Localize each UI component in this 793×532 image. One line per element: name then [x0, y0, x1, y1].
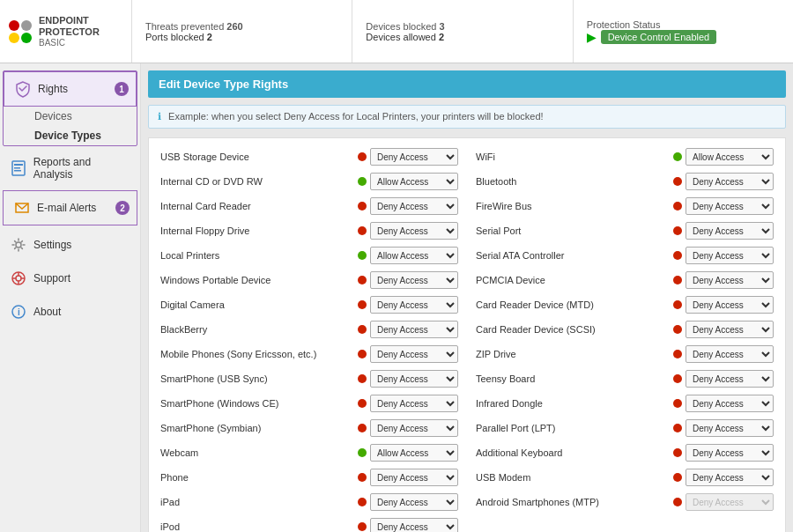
- device-access-select[interactable]: Deny AccessAllow Access: [686, 321, 774, 338]
- device-row: WebcamDeny AccessAllow Access: [156, 441, 463, 464]
- device-access-select[interactable]: Deny AccessAllow Access: [370, 345, 458, 363]
- stats-bar: Threats prevented 260 Ports blocked 2 De…: [132, 0, 793, 63]
- device-row: Mobile Phones (Sony Ericsson, etc.)Deny …: [156, 343, 463, 366]
- device-access-select[interactable]: Deny AccessAllow Access: [370, 321, 458, 338]
- device-access-select[interactable]: Deny AccessAllow Access: [686, 345, 774, 363]
- svg-point-5: [16, 242, 21, 248]
- device-access-select[interactable]: Deny AccessAllow Access: [370, 148, 458, 166]
- support-label: Support: [33, 272, 70, 284]
- sidebar-item-support[interactable]: Support: [0, 262, 140, 295]
- device-name-label: Internal CD or DVD RW: [160, 176, 358, 187]
- status-dot: [673, 152, 682, 161]
- device-access-select[interactable]: Deny AccessAllow Access: [686, 296, 774, 314]
- device-access-select[interactable]: Deny AccessAllow Access: [370, 197, 458, 215]
- device-select-wrap: Deny AccessAllow Access: [358, 173, 458, 190]
- stat-block-status: Protection Status ▶ Device Control Enabl…: [574, 0, 793, 63]
- device-access-select[interactable]: Deny AccessAllow Access: [686, 469, 774, 486]
- device-row: Parallel Port (LPT)Deny AccessAllow Acce…: [471, 417, 778, 440]
- device-select-wrap: Deny AccessAllow Access: [358, 469, 458, 486]
- status-dot: [673, 350, 682, 358]
- sidebar-sub-device-types[interactable]: Device Types: [4, 126, 137, 145]
- device-select-wrap: Deny AccessAllow Access: [358, 321, 458, 338]
- device-access-select[interactable]: Deny AccessAllow Access: [370, 173, 458, 190]
- device-access-select[interactable]: Deny AccessAllow Access: [370, 444, 458, 462]
- status-dot: [358, 276, 367, 284]
- status-dot: [673, 374, 682, 383]
- device-access-select[interactable]: Deny AccessAllow Access: [686, 247, 774, 264]
- sidebar-item-email[interactable]: ! E-mail Alerts 2: [3, 190, 137, 225]
- info-bar: ℹ Example: when you select Deny Access f…: [148, 105, 786, 129]
- status-dot: [358, 152, 367, 161]
- device-row: WiFiDeny AccessAllow Access: [471, 145, 778, 168]
- reports-label: Reports and Analysis: [33, 156, 131, 181]
- svg-point-7: [16, 276, 21, 281]
- device-name-label: Bluetooth: [476, 176, 673, 187]
- device-access-select[interactable]: Deny AccessAllow Access: [370, 395, 458, 412]
- logo-text: ENDPOINT PROTECTOR BASIC: [39, 15, 122, 48]
- svg-text:!: !: [15, 201, 17, 209]
- device-access-select[interactable]: Deny AccessAllow Access: [686, 173, 774, 190]
- email-badge: 2: [115, 201, 130, 215]
- device-select-wrap: Deny AccessAllow Access: [673, 444, 774, 462]
- status-dot: [673, 177, 682, 186]
- device-access-select[interactable]: Deny AccessAllow Access: [686, 493, 774, 511]
- logo-title: ENDPOINT PROTECTOR: [39, 15, 122, 38]
- device-access-select[interactable]: Deny AccessAllow Access: [370, 469, 458, 486]
- device-row: Android Smartphones (MTP)Deny AccessAllo…: [471, 491, 778, 514]
- support-icon: [9, 269, 28, 288]
- device-name-label: Mobile Phones (Sony Ericsson, etc.): [160, 349, 358, 359]
- sidebar-item-rights[interactable]: Rights 1: [4, 71, 137, 107]
- sidebar-item-about[interactable]: i About: [0, 295, 140, 329]
- device-select-wrap: Deny AccessAllow Access: [673, 419, 774, 437]
- device-name-label: FireWire Bus: [476, 201, 673, 211]
- device-access-select[interactable]: Deny AccessAllow Access: [686, 419, 774, 437]
- device-row: Additional KeyboardDeny AccessAllow Acce…: [471, 441, 778, 464]
- email-label: E-mail Alerts: [37, 202, 96, 214]
- device-access-select[interactable]: Deny AccessAllow Access: [686, 395, 774, 412]
- stat-value-ports: Ports blocked 2: [145, 32, 338, 42]
- device-select-wrap: Deny AccessAllow Access: [673, 469, 774, 486]
- device-select-wrap: Deny AccessAllow Access: [358, 296, 458, 314]
- device-row: ZIP DriveDeny AccessAllow Access: [471, 343, 778, 366]
- device-name-label: iPad: [160, 497, 358, 507]
- device-name-label: SmartPhone (Symbian): [160, 423, 358, 433]
- status-dot: [358, 300, 367, 309]
- device-name-label: BlackBerry: [160, 324, 358, 335]
- rights-icon: [13, 79, 33, 99]
- device-select-wrap: Deny AccessAllow Access: [358, 197, 458, 215]
- device-access-select[interactable]: Deny AccessAllow Access: [686, 271, 774, 289]
- status-dot: [673, 325, 682, 334]
- device-access-select[interactable]: Deny AccessAllow Access: [686, 222, 774, 240]
- device-access-select[interactable]: Deny AccessAllow Access: [686, 148, 774, 166]
- device-access-select[interactable]: Deny AccessAllow Access: [370, 493, 458, 511]
- settings-label: Settings: [33, 239, 71, 251]
- device-name-label: ZIP Drive: [476, 349, 673, 359]
- device-select-wrap: Deny AccessAllow Access: [673, 395, 774, 412]
- device-row: iPadDeny AccessAllow Access: [156, 491, 463, 514]
- content-area: Edit Device Type Rights ℹ Example: when …: [141, 63, 793, 532]
- device-access-select[interactable]: Deny AccessAllow Access: [370, 370, 458, 388]
- rights-group: Rights 1 Devices Device Types: [3, 70, 137, 146]
- device-name-label: USB Modem: [476, 472, 673, 483]
- device-table: USB Storage DeviceDeny AccessAllow Acces…: [148, 137, 786, 532]
- device-access-select[interactable]: Deny AccessAllow Access: [370, 296, 458, 314]
- device-access-select[interactable]: Deny AccessAllow Access: [686, 444, 774, 462]
- about-label: About: [33, 306, 61, 318]
- device-access-select[interactable]: Deny AccessAllow Access: [370, 247, 458, 264]
- status-dot: [358, 374, 367, 383]
- device-name-label: Teensy Board: [476, 373, 673, 384]
- rights-badge: 1: [115, 82, 129, 96]
- device-access-select[interactable]: Deny AccessAllow Access: [686, 197, 774, 215]
- device-access-select[interactable]: Deny AccessAllow Access: [370, 271, 458, 289]
- device-access-select[interactable]: Deny AccessAllow Access: [370, 222, 458, 240]
- device-access-select[interactable]: Deny AccessAllow Access: [686, 370, 774, 388]
- device-name-label: Digital Camera: [160, 299, 358, 310]
- sidebar-item-settings[interactable]: Settings: [0, 228, 140, 262]
- status-dot: [673, 399, 682, 408]
- device-access-select[interactable]: Deny AccessAllow Access: [370, 518, 458, 532]
- sidebar-item-reports[interactable]: Reports and Analysis: [0, 149, 140, 188]
- device-access-select[interactable]: Deny AccessAllow Access: [370, 419, 458, 437]
- device-name-label: Windows Portable Device: [160, 275, 358, 285]
- device-row: Infrared DongleDeny AccessAllow Access: [471, 392, 778, 415]
- sidebar-sub-devices[interactable]: Devices: [4, 107, 137, 126]
